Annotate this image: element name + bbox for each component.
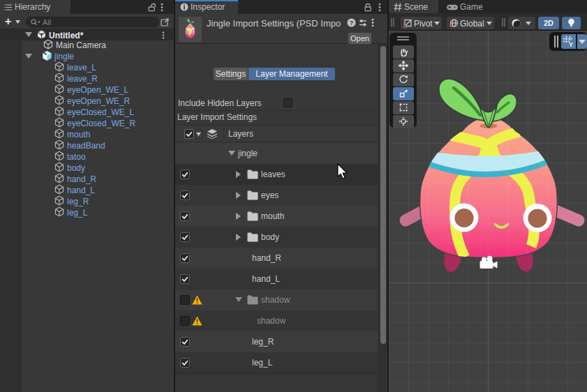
svg-text:Y: Y xyxy=(569,40,574,48)
svg-text:?: ? xyxy=(350,20,354,27)
